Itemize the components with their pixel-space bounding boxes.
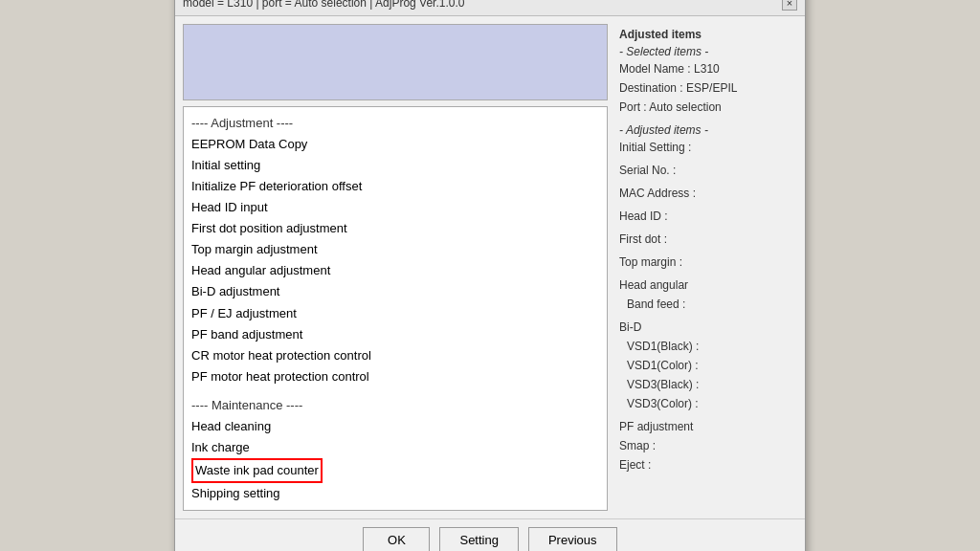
adjusted-head-angular: Head angular [619,276,793,294]
adjustment-header: ---- Adjustment ---- [191,113,599,134]
menu-item-top-margin[interactable]: Top margin adjustment [191,239,599,260]
close-button[interactable]: × [782,0,797,11]
adjusted-vsd3-black: VSD3(Black) : [627,376,793,393]
menu-item-initial-setting[interactable]: Initial setting [191,155,599,176]
menu-item-first-dot[interactable]: First dot position adjustment [191,218,599,239]
adjusted-top-margin: Top margin : [619,253,793,271]
right-panel: Adjusted items - Selected items - Model … [615,24,797,512]
model-name: Model Name : L310 [619,60,793,77]
menu-item-waste-ink[interactable]: Waste ink pad counter [191,458,599,483]
adjusted-eject: Eject : [619,456,793,474]
menu-item-cr-motor[interactable]: CR motor heat protection control [191,345,599,366]
window-title: model = L310 | port = Auto selection | A… [183,0,464,10]
adjusted-bid: Bi-D [619,319,793,336]
adjusted-smap: Smap : [619,437,793,454]
setting-button[interactable]: Setting [439,527,518,551]
previous-button[interactable]: Previous [528,527,617,551]
menu-item-pf-motor[interactable]: PF motor heat protection control [191,366,599,387]
selected-items-header: - Selected items - [619,45,793,58]
menu-item-ink-charge[interactable]: Ink charge [191,437,599,458]
maintenance-header: ---- Maintenance ---- [191,395,599,416]
adjusted-vsd1-black: VSD1(Black) : [627,338,793,355]
right-panel-title: Adjusted items [619,28,793,41]
menu-list[interactable]: ---- Adjustment ---- EEPROM Data Copy In… [183,106,608,512]
left-panel: ---- Adjustment ---- EEPROM Data Copy In… [183,24,608,512]
ok-button[interactable]: OK [363,527,430,551]
menu-item-bid[interactable]: Bi-D adjustment [191,281,599,302]
preview-area [183,24,608,100]
adjusted-serial: Serial No. : [619,162,793,179]
menu-item-head-id[interactable]: Head ID input [191,197,599,218]
waste-ink-highlight: Waste ink pad counter [191,458,323,483]
port: Port : Auto selection [619,99,793,116]
adjusted-head-id: Head ID : [619,208,793,225]
destination: Destination : ESP/EPIL [619,79,793,97]
adjusted-items-header: - Adjusted items - [619,123,793,137]
menu-item-pfband[interactable]: PF band adjustment [191,324,599,345]
adjusted-first-dot: First dot : [619,231,793,248]
adjusted-pf: PF adjustment [619,418,793,435]
menu-item-eeprom[interactable]: EEPROM Data Copy [191,134,599,155]
adjusted-initial-setting: Initial Setting : [619,139,793,156]
menu-item-pfej[interactable]: PF / EJ adjustment [191,303,599,324]
title-bar: model = L310 | port = Auto selection | A… [175,0,805,16]
adjusted-mac: MAC Address : [619,185,793,202]
adjusted-vsd3-color: VSD3(Color) : [627,395,793,412]
adjusted-band-feed: Band feed : [627,296,793,313]
adjusted-vsd1-color: VSD1(Color) : [627,357,793,374]
buttons-row: OK Setting Previous [175,518,805,551]
menu-item-shipping[interactable]: Shipping setting [191,483,599,504]
menu-item-init-pf[interactable]: Initialize PF deterioration offset [191,176,599,197]
main-window: model = L310 | port = Auto selection | A… [174,0,806,551]
menu-item-head-angular[interactable]: Head angular adjustment [191,260,599,281]
main-content: ---- Adjustment ---- EEPROM Data Copy In… [175,16,805,519]
menu-item-head-cleaning[interactable]: Head cleaning [191,416,599,437]
